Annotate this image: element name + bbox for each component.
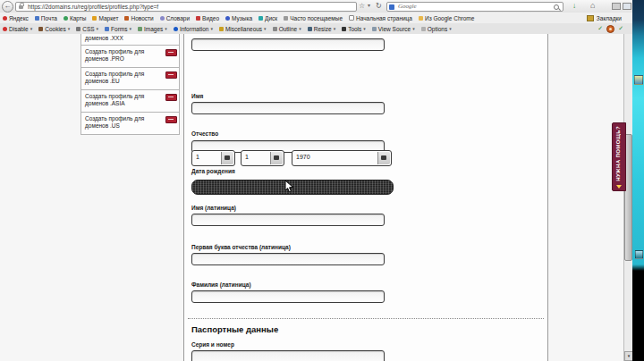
bookmark-item[interactable]: Диск [258, 15, 277, 21]
panel-icon[interactable] [623, 3, 631, 10]
url-text: https://2domains.ru/reg/profiles/profile… [28, 3, 354, 12]
dob-day-select[interactable]: 1 [191, 150, 235, 166]
patronymic-initial-latin-label: Первая буква отчества (латиница) [191, 244, 291, 250]
bookmarks-list: Яндекс Почта Карты Маркет Новости Словар… [3, 13, 579, 23]
surname-latin-label: Фамилия (латиница) [191, 281, 251, 288]
miscellaneous-icon [219, 27, 224, 31]
sync-icon[interactable] [612, 3, 621, 10]
search-engine-name: Google [398, 3, 417, 11]
resize-icon [308, 27, 312, 31]
bookmark-favicon [35, 16, 39, 21]
webdev-menu[interactable]: View Source▾ [372, 26, 415, 32]
bookmark-favicon [160, 16, 165, 21]
need-help-tab[interactable]: НУЖНА ПОМОЩЬ? [612, 122, 626, 191]
disable-icon [3, 27, 7, 31]
url-dropdown-icon[interactable]: ▾ [368, 0, 370, 12]
view-source-icon [372, 27, 377, 31]
sidebar-item-pro[interactable]: Создать профиль для доменов .PRO [80, 46, 180, 68]
sidebar-item-eu[interactable]: Создать профиль для доменов .EU [80, 68, 180, 90]
search-input[interactable]: Google [386, 2, 564, 12]
webdev-menu[interactable]: Forms▾ [105, 26, 131, 32]
desktop-icon [635, 250, 643, 259]
css-icon [76, 27, 80, 31]
gear-icon[interactable] [606, 25, 614, 33]
bookmark-item[interactable]: Карты [64, 15, 87, 21]
webdev-menu[interactable]: Miscellaneous▾ [219, 26, 267, 32]
select-arrow-icon[interactable] [377, 152, 390, 164]
bookmark-favicon [64, 16, 68, 21]
bookmarks-menu-icon [587, 15, 594, 21]
navigation-bar: ← https://2domains.ru/reg/profiles/profi… [0, 0, 632, 13]
bookmark-item[interactable]: Начальная страница [349, 15, 412, 21]
back-button[interactable]: ← [2, 1, 13, 13]
bookmark-star-icon[interactable]: ☆ [359, 0, 365, 12]
passport-serial-label: Серия и номер [191, 341, 234, 348]
scroll-down-button[interactable]: ▾ [624, 351, 632, 361]
search-icon[interactable] [554, 4, 559, 10]
bookmark-item[interactable]: Новости [124, 15, 153, 21]
select-arrow-icon[interactable] [221, 152, 233, 164]
bookmark-item[interactable]: Музыка [225, 15, 252, 21]
name-label: Имя [191, 93, 203, 99]
sidebar-item-xxx[interactable]: доменов .XXX [80, 34, 180, 46]
name-latin-field[interactable] [191, 214, 385, 226]
bookmarks-menu-button[interactable]: Закладки [587, 13, 622, 23]
select-arrow-icon[interactable] [270, 152, 283, 164]
screen: ← https://2domains.ru/reg/profiles/profi… [0, 0, 644, 361]
domain-badge-icon [165, 71, 177, 79]
bookmark-favicon [419, 16, 423, 21]
patronymic-label: Отчество [191, 130, 218, 137]
name-latin-label: Имя (латиница) [191, 205, 236, 211]
webdev-menu[interactable]: Outline▾ [273, 26, 301, 32]
browser-chrome: ← https://2domains.ru/reg/profiles/profi… [0, 0, 632, 34]
passport-serial-field[interactable] [191, 350, 385, 361]
dob-label: Дата рождения [191, 168, 235, 174]
bookmark-item[interactable]: Часто посещаемые [284, 15, 343, 21]
bookmark-item[interactable]: Яндекс [3, 15, 29, 21]
webdev-menu[interactable]: Cookies▾ [38, 26, 70, 32]
sidebar-item-us[interactable]: Создать профиль для доменов .US [80, 113, 180, 135]
webdev-menu[interactable]: Tools▾ [342, 26, 366, 32]
forms-icon [105, 27, 109, 31]
patronymic-initial-latin-field[interactable] [191, 253, 385, 265]
bookmark-favicon [284, 16, 288, 21]
surname-field[interactable] [191, 38, 385, 51]
scrollbar[interactable]: ▾ [623, 34, 632, 361]
name-field[interactable] [191, 102, 385, 114]
refresh-icon[interactable]: ↻ [376, 0, 382, 12]
bookmark-favicon [124, 16, 129, 21]
bookmark-item[interactable]: Словари [160, 15, 190, 21]
dob-year-select[interactable]: 1970 [292, 150, 392, 166]
bookmark-item[interactable]: Из Google Chrome [419, 15, 474, 21]
bookmark-favicon [196, 16, 200, 21]
valid-html-icon[interactable]: ✓ [618, 23, 623, 34]
bookmark-item[interactable]: Почта [35, 15, 57, 21]
bookmark-item[interactable]: Маркет [92, 15, 118, 21]
webdev-menu[interactable]: Images▾ [138, 26, 167, 32]
information-icon [174, 27, 178, 31]
download-icon[interactable]: ↓ [572, 0, 576, 12]
webdev-menu[interactable]: Disable▾ [3, 26, 32, 32]
lock-icon [19, 5, 23, 9]
search-engine-icon[interactable] [389, 4, 394, 10]
bookmark-favicon [258, 16, 263, 21]
passport-section-title: Паспортные данные [191, 324, 278, 334]
mouse-cursor [284, 180, 294, 193]
webdev-menu[interactable]: CSS▾ [76, 26, 98, 32]
webdev-menu[interactable]: Information▾ [174, 26, 213, 32]
desktop-icon [634, 75, 643, 85]
dob-month-select[interactable]: 1 [241, 150, 284, 166]
images-icon [138, 27, 142, 31]
home-icon[interactable]: ⌂ [590, 0, 595, 12]
surname-latin-field[interactable] [191, 290, 385, 303]
valid-css-icon[interactable]: ✓ [597, 23, 603, 34]
sidebar: доменов .XXX Создать профиль для доменов… [80, 34, 180, 135]
page-content: доменов .XXX Создать профиль для доменов… [0, 34, 632, 361]
address-bar[interactable]: https://2domains.ru/reg/profiles/profile… [15, 2, 357, 12]
webdev-menu[interactable]: Resize▾ [308, 26, 335, 32]
options-icon [421, 27, 426, 31]
sidebar-item-asia[interactable]: Создать профиль для доменов .ASIA [80, 90, 180, 113]
webdev-menu[interactable]: Options▾ [421, 26, 452, 32]
bookmark-favicon [92, 16, 97, 21]
bookmark-item[interactable]: Видео [196, 15, 219, 21]
